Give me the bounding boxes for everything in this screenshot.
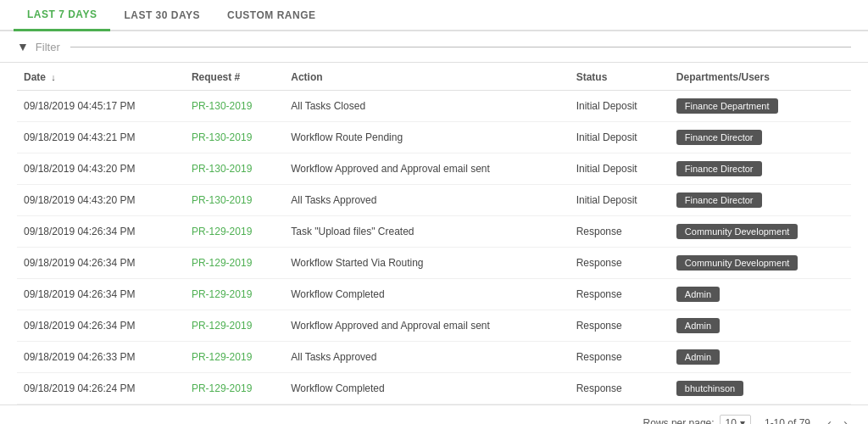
rows-per-page-dropdown-icon: ▾ (740, 417, 745, 425)
cell-action: Workflow Approved and Approval email sen… (284, 153, 569, 185)
cell-date: 09/18/2019 04:26:34 PM (17, 310, 185, 342)
cell-status: Response (570, 279, 670, 310)
tab-custom-range[interactable]: CUSTOM RANGE (214, 1, 329, 30)
department-badge: Admin (676, 318, 720, 333)
cell-status: Initial Deposit (570, 91, 670, 122)
cell-request: PR-130-2019 (185, 122, 284, 153)
tab-last-7-days[interactable]: LAST 7 DAYS (14, 0, 110, 31)
rows-per-page-control: Rows per page: 10 ▾ (643, 415, 751, 425)
cell-request: PR-129-2019 (185, 342, 284, 373)
request-link[interactable]: PR-129-2019 (192, 320, 252, 332)
cell-action: Workflow Completed (284, 279, 569, 310)
cell-date: 09/18/2019 04:26:34 PM (17, 216, 185, 248)
col-header-request: Request # (185, 63, 284, 91)
request-link[interactable]: PR-129-2019 (192, 351, 252, 363)
request-link[interactable]: PR-130-2019 (192, 194, 252, 206)
cell-request: PR-129-2019 (185, 310, 284, 342)
col-header-date[interactable]: Date ↓ (17, 63, 185, 91)
cell-status: Initial Deposit (570, 185, 670, 216)
col-header-action: Action (284, 63, 569, 91)
department-badge: Community Development (676, 255, 798, 271)
cell-date: 09/18/2019 04:43:20 PM (17, 153, 185, 185)
cell-badge: Admin (670, 310, 851, 342)
cell-status: Response (570, 248, 670, 279)
table-row: 09/18/2019 04:26:34 PMPR-129-2019Workflo… (17, 310, 851, 342)
cell-badge: Finance Director (670, 153, 851, 185)
next-page-button[interactable]: › (840, 414, 851, 424)
tab-last-30-days[interactable]: LAST 30 DAYS (110, 1, 214, 30)
cell-status: Response (570, 373, 670, 404)
cell-status: Response (570, 342, 670, 373)
cell-badge: Finance Director (670, 185, 851, 216)
cell-date: 09/18/2019 04:26:34 PM (17, 279, 185, 310)
cell-date: 09/18/2019 04:45:17 PM (17, 91, 185, 122)
audit-log-table: Date ↓ Request # Action Status Departmen… (17, 63, 851, 404)
col-header-departments: Departments/Users (670, 63, 851, 91)
filter-icon: ▼ (17, 40, 29, 53)
filter-label: Filter (36, 41, 60, 53)
cell-action: Workflow Started Via Routing (284, 248, 569, 279)
filter-divider (70, 47, 851, 47)
cell-action: Workflow Approved and Approval email sen… (284, 310, 569, 342)
cell-date: 09/18/2019 04:26:34 PM (17, 248, 185, 279)
rows-per-page-select[interactable]: 10 ▾ (720, 415, 751, 425)
request-link[interactable]: PR-130-2019 (192, 100, 252, 112)
cell-action: All Tasks Approved (284, 342, 569, 373)
rows-per-page-value: 10 (726, 417, 737, 425)
cell-status: Response (570, 216, 670, 248)
department-badge: Finance Director (676, 192, 762, 208)
department-badge: Finance Director (676, 161, 762, 176)
table-row: 09/18/2019 04:43:20 PMPR-130-2019All Tas… (17, 185, 851, 216)
table-footer: Rows per page: 10 ▾ 1-10 of 79 ‹ › (0, 404, 868, 424)
cell-date: 09/18/2019 04:26:33 PM (17, 342, 185, 373)
department-badge: Finance Department (676, 98, 778, 114)
department-badge: Admin (676, 349, 720, 365)
col-header-status: Status (570, 63, 670, 91)
cell-status: Initial Deposit (570, 122, 670, 153)
cell-date: 09/18/2019 04:26:24 PM (17, 373, 185, 404)
request-link[interactable]: PR-130-2019 (192, 163, 252, 175)
cell-action: Workflow Completed (284, 373, 569, 404)
cell-request: PR-129-2019 (185, 216, 284, 248)
request-link[interactable]: PR-129-2019 (192, 226, 252, 237)
cell-badge: bhutchinson (670, 373, 851, 404)
cell-date: 09/18/2019 04:43:21 PM (17, 122, 185, 153)
department-badge: Community Development (676, 224, 798, 239)
page-range: 1-10 of 79 (765, 417, 810, 425)
table-header-row: Date ↓ Request # Action Status Departmen… (17, 63, 851, 91)
cell-badge: Finance Director (670, 122, 851, 153)
department-badge: bhutchinson (676, 381, 743, 396)
request-link[interactable]: PR-129-2019 (192, 382, 252, 394)
table-row: 09/18/2019 04:26:24 PMPR-129-2019Workflo… (17, 373, 851, 404)
cell-request: PR-130-2019 (185, 91, 284, 122)
cell-request: PR-129-2019 (185, 373, 284, 404)
tabs-bar: LAST 7 DAYS LAST 30 DAYS CUSTOM RANGE (0, 0, 868, 31)
cell-status: Response (570, 310, 670, 342)
cell-action: All Tasks Closed (284, 91, 569, 122)
table-row: 09/18/2019 04:26:33 PMPR-129-2019All Tas… (17, 342, 851, 373)
request-link[interactable]: PR-129-2019 (192, 257, 252, 269)
table-row: 09/18/2019 04:45:17 PMPR-130-2019All Tas… (17, 91, 851, 122)
cell-request: PR-129-2019 (185, 248, 284, 279)
table-row: 09/18/2019 04:26:34 PMPR-129-2019Task "U… (17, 216, 851, 248)
cell-action: Task "Upload files" Created (284, 216, 569, 248)
cell-badge: Community Development (670, 216, 851, 248)
table-container: Date ↓ Request # Action Status Departmen… (0, 63, 868, 404)
rows-per-page-label: Rows per page: (643, 417, 715, 425)
cell-request: PR-130-2019 (185, 185, 284, 216)
cell-badge: Admin (670, 342, 851, 373)
cell-date: 09/18/2019 04:43:20 PM (17, 185, 185, 216)
cell-request: PR-129-2019 (185, 279, 284, 310)
cell-request: PR-130-2019 (185, 153, 284, 185)
table-row: 09/18/2019 04:43:21 PMPR-130-2019Workflo… (17, 122, 851, 153)
pagination-nav: ‹ › (824, 414, 851, 424)
table-row: 09/18/2019 04:43:20 PMPR-130-2019Workflo… (17, 153, 851, 185)
department-badge: Finance Director (676, 130, 762, 145)
department-badge: Admin (676, 287, 720, 302)
request-link[interactable]: PR-129-2019 (192, 288, 252, 300)
table-row: 09/18/2019 04:26:34 PMPR-129-2019Workflo… (17, 248, 851, 279)
prev-page-button[interactable]: ‹ (824, 414, 835, 424)
cell-status: Initial Deposit (570, 153, 670, 185)
cell-badge: Finance Department (670, 91, 851, 122)
request-link[interactable]: PR-130-2019 (192, 131, 252, 143)
